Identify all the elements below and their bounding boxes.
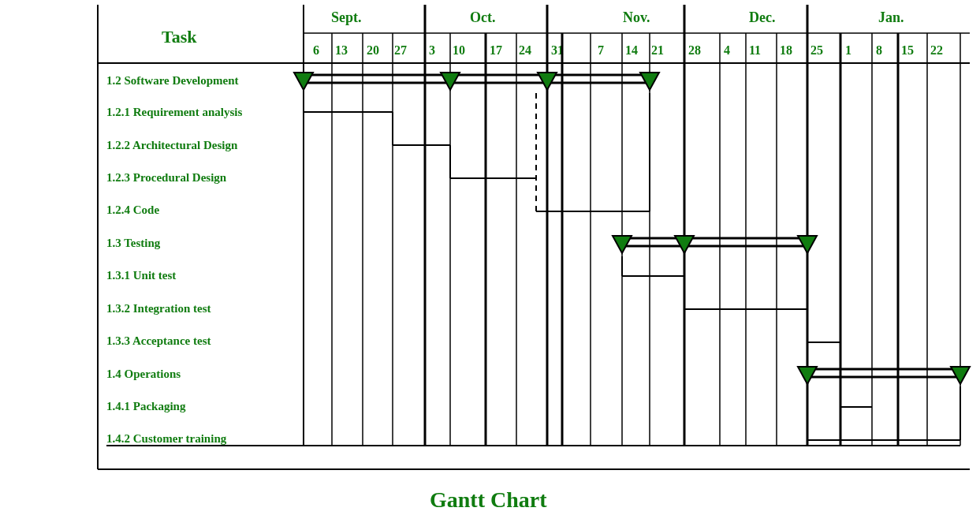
- svg-marker-30: [441, 73, 460, 90]
- svg-marker-46: [798, 236, 817, 253]
- svg-marker-56: [798, 367, 817, 384]
- gantt-chart: Task Sept. Oct. Nov. Dec. Jan. 6 13 20 2…: [0, 0, 980, 530]
- svg-marker-29: [294, 73, 313, 90]
- gantt-svg: [0, 0, 980, 530]
- svg-marker-31: [538, 73, 557, 90]
- svg-marker-45: [675, 236, 694, 253]
- svg-marker-32: [640, 73, 659, 90]
- svg-marker-44: [613, 236, 632, 253]
- svg-marker-57: [951, 367, 970, 384]
